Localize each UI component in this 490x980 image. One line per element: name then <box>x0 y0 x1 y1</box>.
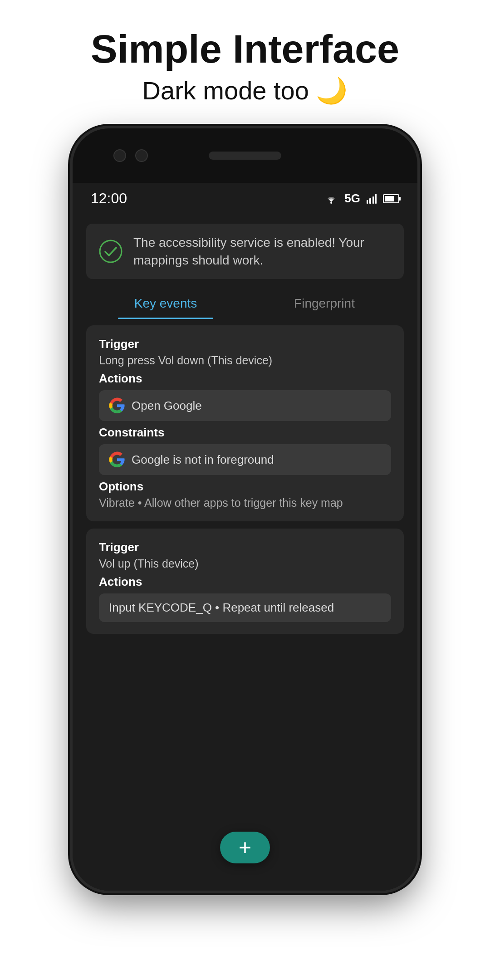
trigger-value-2: Vol up (This device) <box>99 557 391 570</box>
svg-point-1 <box>100 240 122 262</box>
mapping-card-1: Trigger Long press Vol down (This device… <box>86 325 404 521</box>
action-chip-1[interactable]: Open Google <box>99 390 391 421</box>
action-chip-text-2: Input KEYCODE_Q • Repeat until released <box>109 601 334 615</box>
network-type: 5G <box>344 191 360 206</box>
tabs-bar: Key events Fingerprint <box>73 288 417 319</box>
phone-top-bar <box>73 128 417 183</box>
speaker-slot <box>209 152 281 160</box>
google-logo-constraint-1 <box>109 451 125 468</box>
actions-label-2: Actions <box>99 575 391 589</box>
page-header: Simple Interface Dark mode too 🌙 <box>73 0 417 119</box>
google-logo-1 <box>109 397 125 414</box>
camera-area <box>113 149 148 162</box>
constraint-chip-text-1: Google is not in foreground <box>132 453 274 467</box>
mappings-list: Trigger Long press Vol down (This device… <box>73 319 417 891</box>
status-bar: 12:00 5G <box>73 183 417 215</box>
battery-icon <box>383 194 399 203</box>
page-title: Simple Interface <box>91 27 399 71</box>
wifi-icon <box>324 194 338 204</box>
tab-fingerprint[interactable]: Fingerprint <box>245 288 404 319</box>
options-value-1: Vibrate • Allow other apps to trigger th… <box>99 496 391 510</box>
page-subtitle: Dark mode too 🌙 <box>91 76 399 106</box>
battery-fill <box>385 196 394 201</box>
tab-key-events[interactable]: Key events <box>86 288 245 319</box>
status-icons: 5G <box>324 191 399 206</box>
svg-point-0 <box>330 202 332 204</box>
action-chip-2[interactable]: Input KEYCODE_Q • Repeat until released <box>99 593 391 622</box>
trigger-label-1: Trigger <box>99 337 391 351</box>
constraint-chip-1[interactable]: Google is not in foreground <box>99 444 391 475</box>
camera-dot-1 <box>113 149 126 162</box>
fab-plus-icon: + <box>239 837 251 858</box>
actions-label-1: Actions <box>99 372 391 386</box>
mapping-card-2: Trigger Vol up (This device) Actions Inp… <box>86 529 404 634</box>
add-mapping-fab[interactable]: + <box>220 832 270 863</box>
action-chip-text-1: Open Google <box>132 399 202 413</box>
alert-text: The accessibility service is enabled! Yo… <box>133 234 391 269</box>
check-circle-icon <box>99 240 122 263</box>
trigger-label-2: Trigger <box>99 540 391 554</box>
options-label-1: Options <box>99 480 391 494</box>
camera-dot-2 <box>135 149 148 162</box>
signal-bars-icon <box>367 194 377 204</box>
constraints-label-1: Constraints <box>99 426 391 440</box>
trigger-value-1: Long press Vol down (This device) <box>99 354 391 367</box>
app-content: The accessibility service is enabled! Yo… <box>73 215 417 891</box>
phone-screen: 12:00 5G <box>73 128 417 891</box>
alert-banner: The accessibility service is enabled! Yo… <box>86 224 404 279</box>
status-time: 12:00 <box>91 190 127 207</box>
phone-shell: 12:00 5G <box>73 128 417 891</box>
